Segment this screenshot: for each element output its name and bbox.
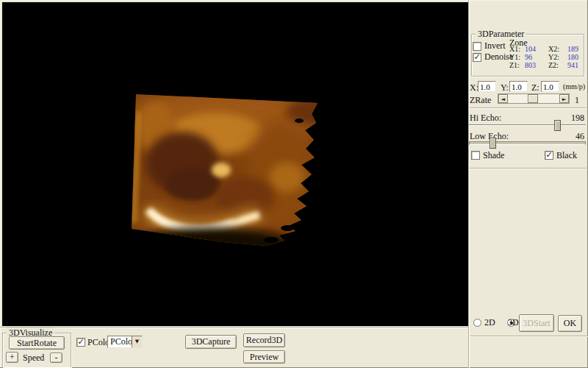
invert-checkbox[interactable] [473, 42, 481, 51]
mode-2d-radio[interactable] [473, 319, 481, 327]
scale-x-input[interactable] [478, 81, 496, 92]
zrate-label: ZRate [470, 95, 491, 106]
zone-z1-label: Z1: [509, 61, 520, 69]
render-viewport[interactable] [2, 2, 468, 326]
ok-button[interactable]: OK [558, 315, 582, 332]
zrate-value: 1 [575, 95, 579, 106]
separator-2 [470, 168, 586, 169]
pcolor-checkbox[interactable]: ✓ [76, 338, 85, 347]
zone-y1-value: 96 [525, 53, 532, 61]
black-checkbox[interactable]: ✓ [545, 151, 553, 160]
zone-x1-value: 104 [525, 45, 536, 53]
zone-z2-label: Z2: [548, 61, 559, 69]
mode-2d-label: 2D [484, 317, 495, 328]
preview-button[interactable]: Preview [243, 350, 285, 364]
zone-x2-value: 189 [567, 45, 578, 53]
zrate-left-arrow-icon[interactable]: ◄ [498, 94, 508, 103]
3dstart-button[interactable]: 3DStart [519, 314, 554, 332]
zone-y2-label: Y2: [548, 53, 559, 61]
scale-y-label: Y: [501, 82, 509, 93]
hi-echo-value: 198 [571, 113, 584, 124]
pcolor-select[interactable]: PColor ▼ [107, 336, 143, 348]
zone-z2-value: 941 [567, 61, 578, 69]
black-label: Black [556, 150, 577, 161]
low-echo-slider[interactable] [469, 141, 586, 145]
separator-1 [470, 107, 586, 109]
speed-label: Speed [23, 353, 44, 364]
start-rotate-button[interactable]: StartRotate [9, 336, 65, 350]
speed-minus-button[interactable]: - [50, 353, 62, 363]
scale-z-input[interactable] [541, 81, 559, 92]
zrate-scrollbar[interactable]: ◄ ► [498, 93, 570, 104]
zone-y1-label: Y1: [509, 53, 520, 61]
shade-checkbox[interactable] [471, 151, 480, 160]
hi-echo-thumb[interactable] [554, 120, 561, 131]
record3d-button[interactable]: Record3D [243, 333, 285, 347]
zone-x2-label: X2: [548, 45, 559, 53]
scale-unit-label: (mm/p) [563, 82, 585, 91]
app-window: { "icons": { "check": "✓", "left_arrow":… [0, 0, 588, 368]
bottom-strip-divider [0, 327, 468, 328]
low-echo-thumb[interactable] [490, 138, 496, 149]
scale-y-input[interactable] [509, 81, 528, 92]
scale-z-label: Z: [531, 82, 539, 93]
ultrasound-volume-image [2, 2, 468, 326]
low-echo-value: 46 [576, 131, 584, 142]
hi-echo-label: Hi Echo: [470, 113, 501, 124]
separator-3 [470, 336, 588, 337]
zone-y2-value: 180 [567, 53, 578, 61]
dropdown-arrow-icon[interactable]: ▼ [132, 336, 142, 347]
zrate-right-arrow-icon[interactable]: ► [559, 94, 569, 103]
mode-3d-label: 3D [508, 317, 519, 328]
3dcapture-button[interactable]: 3DCapture [185, 335, 237, 349]
zrate-thumb[interactable] [528, 94, 538, 103]
zone-x1-label: X1: [509, 45, 520, 53]
zone-z1-value: 803 [525, 61, 536, 69]
speed-plus-button[interactable]: + [6, 352, 18, 363]
denoise-checkbox[interactable]: ✓ [473, 53, 481, 62]
hi-echo-slider[interactable] [469, 124, 586, 126]
invert-label: Invert [484, 40, 506, 52]
shade-label: Shade [483, 150, 504, 161]
panel-divider [468, 0, 470, 368]
